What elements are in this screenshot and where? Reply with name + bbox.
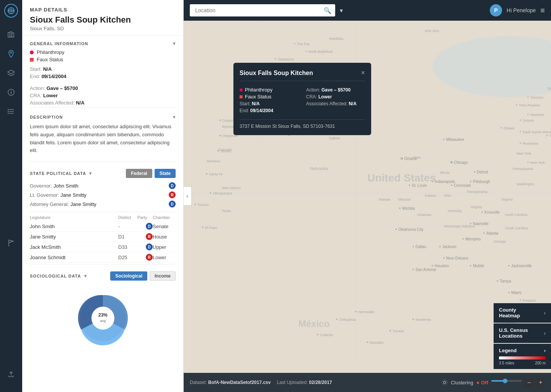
slider-thumb[interactable] — [503, 379, 507, 383]
census-locations-panel[interactable]: U.S. CensusLocations › — [494, 323, 551, 343]
state-political-actions: STATE POLITICAL DATA ▾ — [30, 171, 92, 176]
clustering-area: Clustering ● Off – + — [442, 378, 545, 387]
menu-icon[interactable]: ≡ — [540, 6, 545, 15]
popup-end: End: 09/14/2004 — [240, 108, 298, 113]
county-heatmap-panel[interactable]: CountyHeatmap › — [494, 303, 551, 323]
svg-text:Dakota: Dakota — [329, 136, 340, 140]
nav-info-icon[interactable] — [3, 85, 19, 100]
svg-point-128 — [210, 192, 211, 194]
svg-text:Manitoba: Manitoba — [329, 37, 343, 41]
general-info-section[interactable]: GENERAL INFORMATION ▾ — [30, 36, 176, 49]
uploaded-label: Last Uploaded: — [277, 380, 308, 385]
legend-header[interactable]: Legend › — [499, 348, 546, 353]
nav-flag-icon[interactable] — [3, 235, 19, 251]
svg-point-51 — [412, 246, 414, 247]
svg-text:•Flin Flon: •Flin Flon — [425, 29, 439, 33]
description-section[interactable]: DESCRIPTION ▾ — [30, 109, 176, 123]
state-political-section[interactable]: STATE POLITICAL DATA ▾ Federal State — [30, 163, 176, 181]
svg-text:Indiana: Indiana — [425, 194, 436, 198]
svg-point-126 — [217, 150, 219, 152]
popup-tag-faux: Faux Status — [240, 94, 298, 100]
clustering-toggle[interactable]: ● Off — [476, 379, 488, 385]
clustering-label: Clustering — [451, 380, 473, 385]
legend-min: 200 m — [535, 361, 546, 365]
svg-text:Washington: Washington — [517, 182, 535, 186]
svg-text:Culiacán: Culiacán — [320, 333, 333, 337]
chamber-col: Chamber — [153, 215, 176, 220]
collapse-panel-button[interactable]: ‹ — [184, 186, 192, 206]
federal-tab[interactable]: Federal — [126, 169, 152, 178]
app-logo[interactable] — [4, 4, 18, 18]
attorney-row: Attorney General: Jane Smitty D — [30, 199, 176, 209]
svg-text:North Battleford: North Battleford — [308, 50, 333, 54]
svg-text:Wichita: Wichita — [402, 206, 415, 211]
location-input[interactable] — [190, 4, 335, 16]
svg-text:Virginia: Virginia — [501, 198, 513, 201]
zoom-minus-btn[interactable]: – — [525, 378, 533, 387]
legend-max: 3.5 miles — [499, 361, 514, 365]
user-greeting: Hi Penelope — [507, 7, 536, 13]
svg-text:Québec: Québec — [547, 87, 551, 90]
svg-point-14 — [8, 111, 9, 112]
svg-point-45 — [470, 181, 471, 182]
end-info: End: 09/14/2004 — [30, 74, 176, 79]
popup-right: Action: Gave – $5700 CRA: Lower Associat… — [306, 86, 365, 115]
legislator-chamber: Upper — [153, 244, 176, 250]
associates-value: N/A — [76, 100, 84, 106]
party-badge: D — [146, 223, 153, 230]
nav-list-icon[interactable] — [3, 104, 19, 119]
svg-point-59 — [481, 211, 483, 213]
slider[interactable] — [491, 380, 522, 385]
nav-layers-icon[interactable] — [3, 65, 19, 81]
topbar-dropdown-chevron[interactable]: ▾ — [340, 7, 343, 14]
start-label: Start: — [30, 66, 42, 72]
state-tab[interactable]: State — [155, 169, 176, 178]
census-chevron: › — [544, 330, 546, 336]
svg-point-55 — [462, 238, 464, 240]
nav-upload-icon[interactable] — [3, 367, 19, 382]
svg-point-95 — [520, 142, 521, 144]
svg-text:Nashville: Nashville — [473, 222, 489, 226]
legislator-party: D — [137, 243, 153, 250]
svg-point-122 — [219, 119, 221, 121]
popup-philanthropy-dot — [240, 88, 243, 91]
income-tab[interactable]: Income — [150, 271, 176, 281]
svg-point-69 — [470, 265, 471, 266]
political-officials: Governor: John Smith D Lt. Governor: Jan… — [30, 181, 176, 209]
svg-text:North Carolina: North Carolina — [505, 213, 527, 217]
svg-text:Santa Fe: Santa Fe — [209, 172, 223, 176]
svg-point-77 — [275, 58, 276, 60]
svg-text:Tampa: Tampa — [500, 279, 511, 283]
topbar-right: P Hi Penelope ≡ — [490, 4, 545, 16]
legislator-party: R — [137, 254, 153, 261]
popup-body: Philanthropy Faux Status Start: N/A End:… — [240, 86, 365, 115]
sociological-chevron: ▾ — [84, 273, 87, 279]
svg-point-19 — [91, 307, 114, 330]
tag-faux-status: Faux Status — [30, 57, 176, 62]
svg-text:Pennsylvania: Pennsylvania — [513, 167, 533, 171]
panel-header: MAP DETAILS Sioux Falls Soup Kitchen Sio… — [22, 0, 183, 36]
popup-start: Start: N/A — [240, 101, 298, 106]
svg-point-79 — [294, 43, 295, 44]
svg-text:Texas: Texas — [222, 209, 231, 213]
governor-row: Governor: John Smith D — [30, 181, 176, 190]
party-badge: D — [146, 243, 153, 250]
panel-location-name: Sioux Falls Soup Kitchen — [30, 15, 176, 25]
cra-info: CRA: Lower — [30, 93, 176, 98]
svg-text:Miami: Miami — [511, 291, 522, 295]
sociological-section[interactable]: SOCIOLOGICAL DATA ▾ Sociological Income — [30, 266, 176, 284]
map-visual[interactable]: United States México Omaha Milwaukee Chi… — [184, 21, 551, 392]
nav-map-icon[interactable] — [3, 27, 19, 42]
svg-point-39 — [409, 185, 410, 186]
svg-point-144 — [355, 311, 357, 312]
zoom-plus-btn[interactable]: + — [536, 378, 545, 387]
nav-location-icon[interactable] — [3, 46, 19, 62]
sociological-tab[interactable]: Sociological — [110, 271, 147, 281]
svg-text:Ohio: Ohio — [444, 194, 451, 198]
legislator-chamber: House — [153, 234, 176, 240]
popup-address: 3737 E Mission St Sioux Falls, SD 57103-… — [240, 119, 365, 129]
svg-text:Saskatoon: Saskatoon — [278, 57, 294, 61]
popup-close-button[interactable]: × — [361, 69, 365, 77]
sociological-chart: 23% avg — [30, 284, 176, 353]
left-nav — [0, 0, 22, 392]
